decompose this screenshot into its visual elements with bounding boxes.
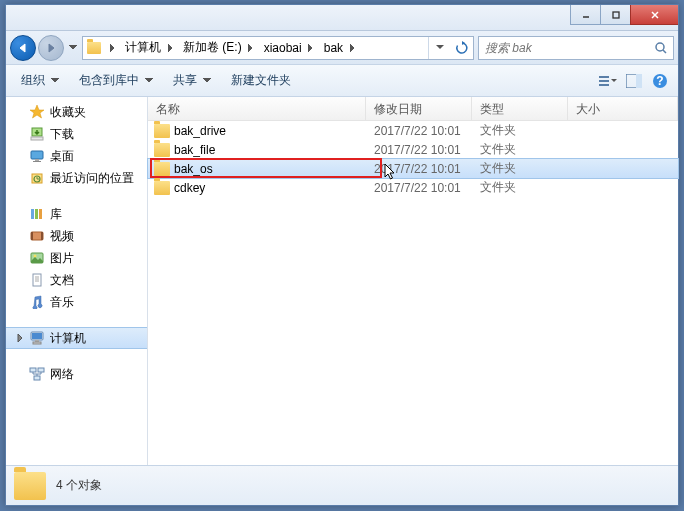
close-button[interactable] [630, 5, 678, 25]
organize-label: 组织 [21, 72, 45, 89]
file-row[interactable]: bak_os2017/7/22 10:01文件夹 [148, 159, 678, 178]
column-type[interactable]: 类型 [472, 97, 568, 120]
breadcrumb-arrow[interactable] [244, 37, 258, 59]
chevron-right-icon [14, 334, 26, 342]
breadcrumb: 计算机 新加卷 (E:) xiaobai bak [105, 37, 428, 59]
refresh-button[interactable] [451, 37, 473, 59]
svg-rect-35 [33, 342, 41, 344]
library-icon [28, 205, 46, 223]
breadcrumb-arrow[interactable] [163, 37, 177, 59]
svg-point-4 [656, 43, 664, 51]
share-button[interactable]: 共享 [164, 67, 220, 94]
folder-icon [154, 143, 170, 157]
file-list: 名称 修改日期 类型 大小 bak_drive2017/7/22 10:01文件… [148, 97, 678, 465]
status-text: 4 个对象 [56, 477, 102, 494]
history-dropdown[interactable] [66, 35, 80, 61]
svg-rect-14 [31, 137, 43, 140]
sidebar-favorites[interactable]: 收藏夹 [6, 101, 147, 123]
sidebar-item-documents[interactable]: 文档 [6, 269, 147, 291]
file-type: 文件夹 [472, 141, 568, 158]
network-icon [28, 365, 46, 383]
sidebar-item-music[interactable]: 音乐 [6, 291, 147, 313]
address-dropdown[interactable] [429, 37, 451, 59]
sidebar-item-recent[interactable]: 最近访问的位置 [6, 167, 147, 189]
file-row[interactable]: bak_file2017/7/22 10:01文件夹 [148, 140, 678, 159]
file-row[interactable]: bak_drive2017/7/22 10:01文件夹 [148, 121, 678, 140]
search-input[interactable] [479, 41, 649, 55]
file-row[interactable]: cdkey2017/7/22 10:01文件夹 [148, 178, 678, 197]
folder-large-icon [14, 472, 46, 500]
recent-icon [28, 169, 46, 187]
breadcrumb-xiaobai[interactable]: xiaobai [258, 37, 304, 59]
folder-icon [154, 124, 170, 138]
folder-icon [83, 37, 105, 59]
video-icon [28, 227, 46, 245]
svg-rect-1 [613, 12, 619, 18]
folder-icon [154, 181, 170, 195]
picture-icon [28, 249, 46, 267]
sidebar-item-videos[interactable]: 视频 [6, 225, 147, 247]
help-button[interactable]: ? [648, 69, 672, 93]
chevron-down-icon [51, 78, 59, 83]
document-icon [28, 271, 46, 289]
breadcrumb-arrow[interactable] [304, 37, 318, 59]
column-name[interactable]: 名称 [148, 97, 366, 120]
file-date: 2017/7/22 10:01 [366, 162, 472, 176]
preview-pane-button[interactable] [622, 69, 646, 93]
folder-icon [154, 162, 170, 176]
newfolder-label: 新建文件夹 [231, 72, 291, 89]
view-options-button[interactable] [596, 69, 620, 93]
svg-rect-6 [599, 76, 609, 78]
star-icon [28, 103, 46, 121]
search-icon[interactable] [649, 41, 673, 55]
file-type: 文件夹 [472, 179, 568, 196]
address-bar[interactable]: 计算机 新加卷 (E:) xiaobai bak [82, 36, 474, 60]
music-icon [28, 293, 46, 311]
back-button[interactable] [10, 35, 36, 61]
file-rows: bak_drive2017/7/22 10:01文件夹bak_file2017/… [148, 121, 678, 197]
file-date: 2017/7/22 10:01 [366, 124, 472, 138]
titlebar [6, 5, 678, 31]
sidebar-libraries[interactable]: 库 [6, 203, 147, 225]
search-box[interactable] [478, 36, 674, 60]
svg-rect-38 [34, 376, 40, 380]
file-date: 2017/7/22 10:01 [366, 143, 472, 157]
computer-icon [28, 329, 46, 347]
breadcrumb-arrow[interactable] [345, 37, 359, 59]
sidebar-computer[interactable]: 计算机 [6, 327, 147, 349]
organize-button[interactable]: 组织 [12, 67, 68, 94]
include-library-button[interactable]: 包含到库中 [70, 67, 162, 94]
sidebar-network[interactable]: 网络 [6, 363, 147, 385]
file-type: 文件夹 [472, 122, 568, 139]
forward-button[interactable] [38, 35, 64, 61]
new-folder-button[interactable]: 新建文件夹 [222, 67, 300, 94]
sidebar-item-downloads[interactable]: 下载 [6, 123, 147, 145]
file-date: 2017/7/22 10:01 [366, 181, 472, 195]
explorer-window: 计算机 新加卷 (E:) xiaobai bak [5, 4, 679, 506]
breadcrumb-bak[interactable]: bak [318, 37, 345, 59]
column-size[interactable]: 大小 [568, 97, 678, 120]
breadcrumb-root-arrow[interactable] [105, 37, 119, 59]
chevron-down-icon [145, 78, 153, 83]
svg-rect-17 [33, 161, 41, 162]
file-name: bak_file [174, 143, 215, 157]
sidebar-item-pictures[interactable]: 图片 [6, 247, 147, 269]
favorites-label: 收藏夹 [50, 104, 86, 121]
chevron-down-icon [203, 78, 211, 83]
file-type: 文件夹 [472, 160, 568, 177]
address-right [428, 37, 473, 59]
breadcrumb-drive[interactable]: 新加卷 (E:) [177, 37, 244, 59]
svg-rect-24 [31, 232, 33, 240]
svg-rect-20 [31, 209, 34, 219]
toolbar: 组织 包含到库中 共享 新建文件夹 ? [6, 65, 678, 97]
svg-rect-37 [38, 368, 44, 372]
include-label: 包含到库中 [79, 72, 139, 89]
svg-rect-25 [41, 232, 43, 240]
svg-rect-7 [599, 80, 609, 82]
nav-row: 计算机 新加卷 (E:) xiaobai bak [6, 31, 678, 65]
column-date[interactable]: 修改日期 [366, 97, 472, 120]
sidebar-item-desktop[interactable]: 桌面 [6, 145, 147, 167]
breadcrumb-computer[interactable]: 计算机 [119, 37, 163, 59]
maximize-button[interactable] [600, 5, 630, 25]
minimize-button[interactable] [570, 5, 600, 25]
